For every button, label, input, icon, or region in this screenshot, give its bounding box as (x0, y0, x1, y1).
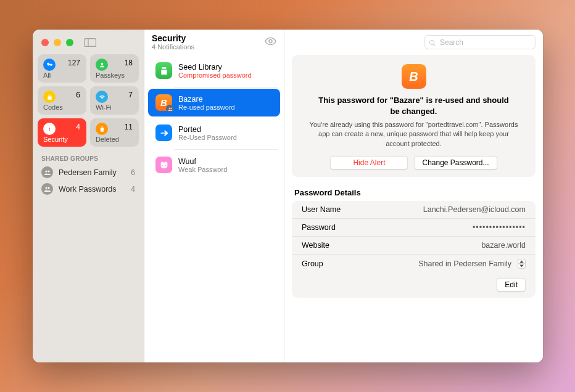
close-window-button[interactable] (41, 39, 49, 46)
chevron-down-icon (518, 264, 525, 268)
item-note: Weak Password (178, 166, 227, 173)
cat-label: Security (43, 136, 68, 143)
list-title: Security (152, 34, 265, 43)
item-name: Ported (178, 125, 237, 134)
item-name: Wuuf (178, 157, 227, 166)
toggle-sidebar-button[interactable] (82, 37, 98, 48)
group-value: Shared in Pedersen Family (418, 259, 511, 268)
shared-group-pedersen[interactable]: Pedersen Family 6 (33, 164, 144, 181)
list-item-seed-library[interactable]: Seed Library Compromised password (148, 57, 280, 84)
group-count: 4 (131, 185, 135, 194)
edit-button[interactable]: Edit (497, 278, 526, 292)
window-controls (33, 30, 144, 54)
shared-group-work[interactable]: Work Passwords 4 (33, 181, 144, 197)
alert-icon (43, 123, 56, 135)
list-item-bazare[interactable]: B Bazare Re-used password (148, 89, 280, 116)
group-label: Work Passwords (59, 185, 117, 194)
passwords-window: 127 All 18 Passkeys 6 Codes (33, 30, 543, 362)
reveal-passwords-button[interactable] (265, 34, 276, 51)
sidebar: 127 All 18 Passkeys 6 Codes (33, 30, 144, 362)
password-label: Password (302, 223, 336, 232)
search-field-wrapper (424, 35, 536, 49)
sidebar-cat-wifi[interactable]: 7 Wi-Fi (90, 86, 139, 115)
person-key-icon (96, 59, 108, 71)
shared-groups-header: SHARED GROUPS (33, 153, 144, 164)
shared-badge-icon (166, 105, 174, 113)
cat-count: 18 (125, 59, 133, 67)
detail-pane: B This password for "Bazare" is re-used … (284, 30, 543, 362)
lock-icon (43, 91, 56, 103)
cat-label: Passkeys (96, 71, 125, 79)
password-details-block: User Name Lanchi.Pedersen@icloud.com Pas… (292, 201, 536, 298)
cat-count: 4 (76, 123, 80, 131)
cat-label: Deleted (96, 136, 119, 143)
group-select-stepper[interactable] (518, 259, 526, 269)
cat-label: Wi-Fi (96, 104, 112, 111)
alert-title: This password for "Bazare" is re-used an… (302, 95, 526, 120)
item-note: Re-Used Password (178, 134, 237, 141)
chevron-up-icon (518, 259, 525, 264)
app-icon (155, 62, 172, 79)
password-details-header: Password Details (284, 177, 543, 201)
security-alert-card: B This password for "Bazare" is re-used … (292, 55, 536, 177)
item-name: Bazare (178, 95, 235, 104)
sidebar-cat-passkeys[interactable]: 18 Passkeys (90, 54, 139, 83)
search-icon (429, 38, 436, 49)
sidebar-cat-codes[interactable]: 6 Codes (38, 86, 86, 115)
alert-body: You're already using this password for "… (302, 120, 526, 156)
group-avatar-icon (41, 166, 53, 178)
security-list-column: Security 4 Notifications Seed Library Co… (144, 30, 284, 362)
group-count: 6 (131, 168, 135, 177)
cat-count: 11 (125, 123, 133, 131)
item-name: Seed Library (178, 63, 252, 71)
cat-count: 6 (76, 91, 80, 99)
trash-icon (96, 123, 108, 135)
cat-count: 7 (128, 91, 133, 99)
fullscreen-window-button[interactable] (66, 39, 73, 46)
detail-row-website[interactable]: Website bazare.world (292, 236, 536, 254)
sidebar-cat-deleted[interactable]: 11 Deleted (90, 118, 139, 147)
list-item-ported[interactable]: Ported Re-Used Password (148, 119, 280, 147)
svg-rect-0 (85, 39, 96, 47)
cat-label: Codes (43, 104, 63, 111)
list-item-wuuf[interactable]: Wuuf Weak Password (148, 151, 280, 179)
sidebar-icon (84, 38, 96, 47)
wifi-icon (96, 91, 108, 103)
item-note: Compromised password (178, 71, 252, 79)
svg-point-2 (269, 39, 272, 43)
cat-label: All (43, 71, 51, 79)
app-icon (155, 157, 172, 173)
detail-row-group[interactable]: Group Shared in Pedersen Family (292, 254, 536, 273)
group-label: Pedersen Family (59, 168, 117, 177)
username-value: Lanchi.Pedersen@icloud.com (423, 205, 526, 214)
website-label: Website (302, 241, 329, 250)
change-password-button[interactable]: Change Password... (414, 156, 497, 169)
divider (174, 149, 278, 150)
cat-count: 127 (68, 59, 80, 67)
key-icon (43, 59, 56, 71)
hide-alert-button[interactable]: Hide Alert (330, 156, 408, 169)
website-value: bazare.world (481, 241, 526, 250)
list-subtitle: 4 Notifications (152, 43, 265, 51)
group-avatar-icon (41, 183, 53, 195)
minimize-window-button[interactable] (54, 39, 61, 46)
eye-icon (265, 37, 276, 46)
bazare-logo-letter: B (409, 70, 418, 84)
detail-row-username[interactable]: User Name Lanchi.Pedersen@icloud.com (292, 201, 536, 218)
item-note: Re-used password (178, 104, 235, 111)
password-value: •••••••••••••••• (473, 223, 526, 232)
search-input[interactable] (424, 35, 536, 49)
detail-row-password[interactable]: Password •••••••••••••••• (292, 218, 536, 236)
app-icon: B (155, 94, 172, 111)
sidebar-cat-security[interactable]: 4 Security (38, 118, 86, 147)
group-label: Group (302, 259, 323, 268)
username-label: User Name (302, 205, 341, 214)
app-icon (155, 125, 172, 141)
divider (174, 87, 278, 88)
app-icon-large: B (402, 64, 426, 89)
sidebar-cat-all[interactable]: 127 All (38, 54, 86, 83)
